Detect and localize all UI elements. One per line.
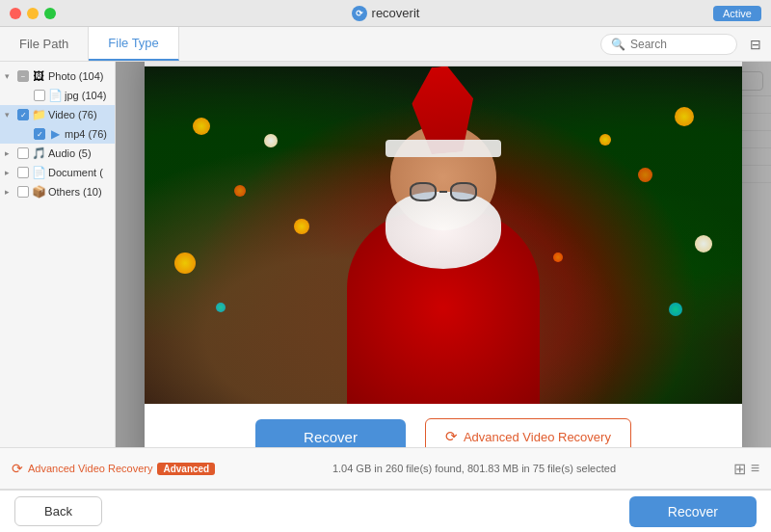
search-box[interactable]: 🔍 [600, 34, 737, 55]
tab-bar: File Path File Type 🔍 ⊟ [0, 27, 771, 62]
grid-view-icon[interactable]: ⊞ [733, 460, 746, 478]
video-label: Video (76) [48, 109, 97, 120]
search-icon: 🔍 [611, 38, 625, 51]
jpg-label: jpg (104) [65, 90, 106, 101]
status-text: 1.04 GB in 260 file(s) found, 801.83 MB … [223, 463, 725, 474]
tree-item-document[interactable]: ▸ 📄 Document ( [0, 163, 115, 182]
active-badge: Active [713, 6, 761, 21]
avr-label: Advanced Video Recovery [28, 463, 152, 474]
bokeh-light [638, 168, 652, 182]
bokeh-light [695, 235, 712, 253]
video-folder-icon: 📁 [32, 108, 45, 121]
title-bar: ⟳ recoverit Active [0, 0, 771, 27]
avr-icon: ⟳ [445, 428, 458, 445]
file-tree-sidebar: ▾ − 🖼 Photo (104) 📄 jpg (104) ▾ ✓ 📁 Vide… [0, 62, 116, 447]
modal-overlay: video (1).mp4 (2.63 MB) [116, 62, 771, 447]
audio-checkbox[interactable] [17, 147, 29, 159]
bokeh-light [599, 134, 611, 146]
tree-item-video[interactable]: ▾ ✓ 📁 Video (76) [0, 105, 115, 124]
bokeh-light [193, 118, 210, 135]
mp4-icon: ▶ [48, 127, 62, 141]
mp4-label: mp4 (76) [65, 128, 107, 140]
bokeh-light [669, 303, 682, 316]
search-input[interactable] [630, 38, 727, 51]
others-checkbox[interactable] [17, 186, 29, 198]
document-checkbox[interactable] [17, 167, 29, 178]
document-icon: 📄 [32, 166, 45, 179]
back-button[interactable]: Back [14, 496, 102, 526]
chevron-right-icon-audio: ▸ [5, 148, 14, 158]
bokeh-light [216, 303, 226, 312]
status-bar: ⟳ Advanced Video Recovery Advanced 1.04 … [0, 447, 771, 490]
chevron-down-icon: ▾ [5, 71, 14, 81]
photo-label: Photo (104) [48, 70, 103, 82]
avr-badge: Advanced [157, 463, 215, 475]
list-view-icon[interactable]: ≡ [751, 460, 759, 477]
chevron-down-icon-video: ▾ [5, 110, 14, 120]
audio-icon: 🎵 [32, 146, 45, 160]
modal-avr-button[interactable]: ⟳ Advanced Video Recovery [425, 418, 631, 447]
audio-label: Audio (5) [48, 147, 92, 159]
filter-icon[interactable]: ⊟ [750, 37, 761, 52]
photo-checkbox[interactable]: − [17, 70, 29, 82]
tree-item-others[interactable]: ▸ 📦 Others (10) [0, 182, 115, 201]
close-button[interactable] [10, 8, 21, 19]
content-area: Name: 1).mp4 Size: B FS: ME (FAT16)/ Pat… [116, 62, 771, 447]
modal-avr-label: Advanced Video Recovery [464, 430, 611, 444]
main-content: ▾ − 🖼 Photo (104) 📄 jpg (104) ▾ ✓ 📁 Vide… [0, 62, 771, 447]
view-toggle: ⊞ ≡ [733, 460, 759, 478]
chevron-right-icon-doc: ▸ [5, 168, 14, 177]
chevron-right-icon-others: ▸ [5, 187, 14, 197]
mp4-checkbox[interactable]: ✓ [34, 128, 45, 140]
bokeh-light [264, 134, 278, 147]
bokeh-light [174, 253, 196, 274]
recover-button[interactable]: Recover [629, 496, 757, 527]
others-icon: 📦 [32, 185, 45, 199]
jpg-icon: 📄 [48, 89, 62, 102]
logo-icon: ⟳ [352, 6, 367, 21]
minimize-button[interactable] [27, 8, 39, 19]
maximize-button[interactable] [44, 8, 56, 19]
app-logo: ⟳ recoverit [352, 6, 420, 21]
others-label: Others (10) [48, 186, 102, 198]
video-preview-modal: video (1).mp4 (2.63 MB) [145, 62, 742, 447]
video-scene [145, 66, 742, 404]
traffic-lights [10, 8, 56, 19]
tab-file-type[interactable]: File Type [89, 27, 179, 61]
video-preview [145, 66, 742, 404]
video-checkbox[interactable]: ✓ [17, 109, 29, 120]
bokeh-light [675, 107, 694, 126]
tab-file-path[interactable]: File Path [0, 27, 89, 61]
jpg-checkbox[interactable] [34, 90, 45, 101]
app-name: recoverit [372, 6, 420, 20]
document-label: Document ( [48, 167, 103, 178]
tree-item-audio[interactable]: ▸ 🎵 Audio (5) [0, 144, 115, 163]
photo-icon: 🖼 [32, 69, 45, 83]
modal-recover-button[interactable]: Recover [255, 419, 406, 448]
tree-item-photo[interactable]: ▾ − 🖼 Photo (104) [0, 66, 115, 86]
tree-item-mp4[interactable]: ✓ ▶ mp4 (76) [0, 124, 115, 144]
tree-item-jpg[interactable]: 📄 jpg (104) [0, 86, 115, 105]
bokeh-light [234, 185, 246, 197]
bottom-bar: Back Recover [0, 490, 771, 532]
santa-figure [299, 105, 588, 404]
advanced-video-recovery-link[interactable]: ⟳ Advanced Video Recovery Advanced [12, 461, 215, 476]
modal-actions: Recover ⟳ Advanced Video Recovery [145, 404, 742, 447]
avr-circle-icon: ⟳ [12, 461, 23, 476]
